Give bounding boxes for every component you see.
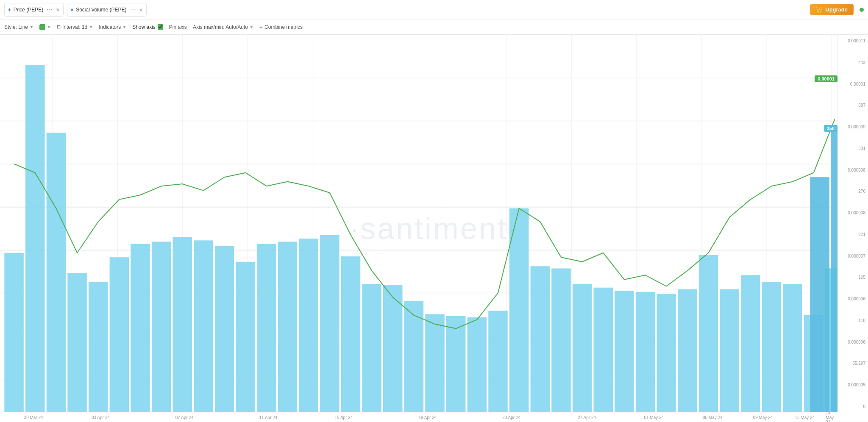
axis-label-4: 387 bbox=[840, 103, 865, 108]
x-label-15apr: 15 Apr 24 bbox=[335, 415, 353, 420]
interval-label: Interval: 1d bbox=[62, 24, 87, 30]
plus-icon: + bbox=[259, 24, 263, 31]
crown-icon: 👑 bbox=[816, 6, 823, 13]
x-label-09may: 09 May 24 bbox=[753, 415, 773, 420]
style-label: Style: Line bbox=[4, 24, 28, 30]
axis-label-7: 0.000008 bbox=[840, 167, 865, 173]
axis-minmax-chevron: ▼ bbox=[250, 25, 253, 29]
svg-rect-46 bbox=[488, 311, 508, 412]
metric-social-more[interactable]: ⋯ bbox=[129, 6, 137, 13]
svg-rect-51 bbox=[594, 288, 613, 412]
axis-label-15: 0.000006 bbox=[840, 339, 865, 345]
svg-rect-31 bbox=[173, 237, 192, 412]
svg-rect-29 bbox=[131, 244, 150, 412]
axis-label-3: 0.00001 bbox=[840, 81, 865, 87]
online-status-dot bbox=[860, 8, 864, 12]
upgrade-button[interactable]: 👑 Upgrade bbox=[810, 4, 854, 15]
x-label-11apr: 11 Apr 24 bbox=[259, 415, 278, 420]
svg-rect-35 bbox=[257, 244, 276, 412]
show-axis-checkbox[interactable] bbox=[158, 24, 163, 30]
indicators-selector[interactable]: Indicators ▼ bbox=[99, 24, 126, 30]
x-label-03apr: 03 Apr 24 bbox=[92, 415, 110, 420]
x-label-01may: 01 May 24 bbox=[644, 415, 664, 420]
chart-container: ·santiment· bbox=[0, 35, 868, 422]
color-box bbox=[39, 24, 45, 30]
svg-rect-44 bbox=[446, 316, 466, 412]
pin-axis-toggle[interactable]: Pin axis bbox=[169, 24, 187, 30]
color-chevron: ▼ bbox=[47, 25, 51, 29]
metric-social-close[interactable]: × bbox=[139, 7, 143, 13]
axis-label-14: 110 bbox=[840, 318, 865, 323]
svg-rect-49 bbox=[551, 269, 571, 412]
metric-tab-social[interactable]: ♦ Social Volume (PEPE) ⋯ × bbox=[67, 3, 147, 17]
metric-price-label: Price (PEPE) bbox=[14, 7, 44, 13]
svg-rect-58 bbox=[741, 275, 760, 412]
svg-rect-54 bbox=[657, 294, 676, 412]
price-current-badge: 0.00001 bbox=[815, 75, 837, 82]
svg-rect-57 bbox=[720, 289, 739, 412]
svg-rect-36 bbox=[278, 242, 298, 412]
show-axis-label: Show axis bbox=[132, 24, 156, 30]
axis-label-2: 442 bbox=[840, 60, 865, 65]
axis-label-16: 55.297 bbox=[840, 361, 865, 366]
svg-rect-64 bbox=[810, 177, 829, 412]
svg-rect-50 bbox=[573, 284, 592, 412]
eth-icon-price: ♦ bbox=[8, 6, 11, 13]
axis-minmax-selector[interactable]: Axis max/min: Auto/Auto ▼ bbox=[193, 24, 253, 30]
metric-price-more[interactable]: ⋯ bbox=[46, 6, 53, 13]
x-axis: 30 Mar 24 03 Apr 24 07 Apr 24 11 Apr 24 … bbox=[0, 413, 838, 422]
upgrade-label: Upgrade bbox=[825, 6, 848, 13]
svg-rect-24 bbox=[25, 65, 45, 412]
svg-rect-38 bbox=[320, 235, 339, 412]
color-selector[interactable]: ▼ bbox=[39, 24, 51, 30]
x-label-07apr: 07 Apr 24 bbox=[175, 415, 194, 420]
interval-selector[interactable]: ⊟ Interval: 1d ▼ bbox=[57, 24, 93, 30]
svg-rect-37 bbox=[299, 239, 318, 412]
svg-rect-23 bbox=[4, 253, 24, 412]
svg-rect-59 bbox=[762, 282, 782, 412]
axis-label-6: 331 bbox=[840, 146, 865, 151]
svg-rect-33 bbox=[215, 246, 234, 412]
eth-icon-social: ♦ bbox=[71, 6, 74, 13]
metric-social-label: Social Volume (PEPE) bbox=[76, 7, 126, 13]
top-bar: ♦ Price (PEPE) ⋯ × ♦ Social Volume (PEPE… bbox=[0, 0, 868, 19]
right-axis: 0.000011 442 0.00001 387 0.000009 331 0.… bbox=[837, 35, 868, 413]
axis-label-8: 276 bbox=[840, 189, 865, 194]
svg-rect-55 bbox=[678, 289, 697, 412]
svg-rect-25 bbox=[47, 133, 66, 412]
show-axis-toggle[interactable]: Show axis bbox=[132, 24, 163, 30]
svg-rect-41 bbox=[383, 285, 403, 412]
axis-label-17: 0.000005 bbox=[840, 382, 865, 388]
toolbar: Style: Line ▼ ▼ ⊟ Interval: 1d ▼ Indicat… bbox=[0, 19, 868, 35]
svg-rect-53 bbox=[636, 292, 655, 412]
svg-rect-45 bbox=[467, 317, 487, 412]
svg-rect-52 bbox=[615, 291, 634, 412]
svg-rect-39 bbox=[341, 256, 361, 412]
axis-label-5: 0.000009 bbox=[840, 124, 865, 130]
combine-metrics-button[interactable]: + Combine metrics bbox=[259, 24, 303, 31]
indicators-chevron: ▼ bbox=[122, 25, 126, 29]
svg-rect-32 bbox=[194, 240, 213, 412]
social-current-badge: 350 bbox=[824, 125, 837, 132]
axis-label-1: 0.000011 bbox=[840, 38, 865, 44]
svg-rect-60 bbox=[783, 284, 802, 412]
svg-rect-28 bbox=[110, 257, 129, 412]
axis-label-11: 0.000007 bbox=[840, 253, 865, 259]
combine-metrics-label: Combine metrics bbox=[264, 24, 303, 30]
svg-rect-48 bbox=[531, 266, 550, 412]
x-label-30mar: 30 Mar 24 bbox=[24, 415, 43, 420]
metric-tab-price[interactable]: ♦ Price (PEPE) ⋯ × bbox=[4, 3, 64, 17]
axis-label-12: 165 bbox=[840, 275, 865, 280]
style-selector[interactable]: Style: Line ▼ bbox=[4, 24, 33, 30]
style-chevron: ▼ bbox=[30, 25, 33, 29]
svg-rect-34 bbox=[236, 262, 255, 412]
axis-label-10: 221 bbox=[840, 232, 865, 237]
axis-label-18: 0 bbox=[840, 404, 865, 409]
metric-price-close[interactable]: × bbox=[56, 7, 59, 13]
svg-rect-40 bbox=[362, 284, 381, 412]
axis-label-13: 0.000006 bbox=[840, 296, 865, 302]
x-label-14may: 14 May 24 bbox=[826, 411, 834, 422]
x-label-05may: 05 May 24 bbox=[703, 415, 723, 420]
svg-rect-43 bbox=[425, 314, 445, 412]
svg-rect-26 bbox=[67, 273, 87, 412]
